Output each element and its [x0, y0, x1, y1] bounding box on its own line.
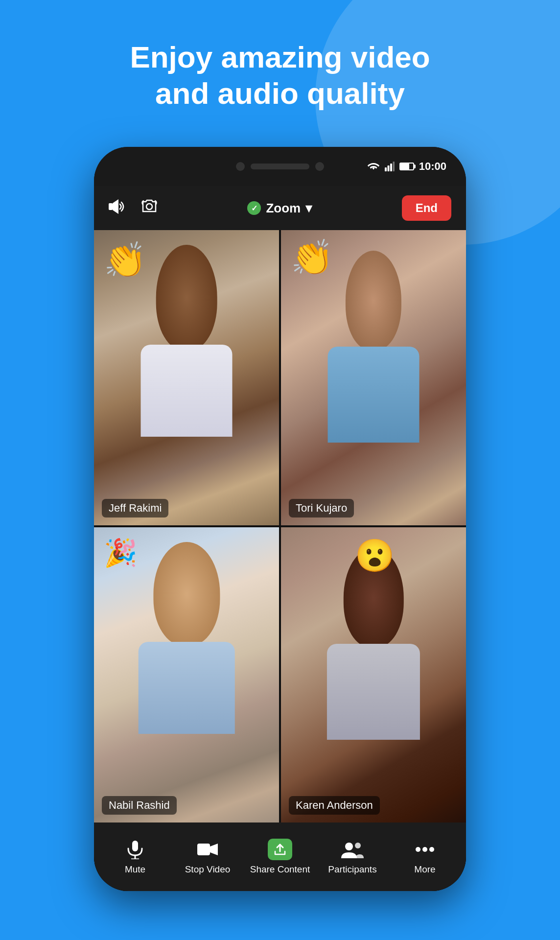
camera-area — [236, 162, 324, 171]
meeting-topbar: ✓ Zoom ▾ End — [94, 186, 466, 230]
share-green-background — [268, 839, 292, 860]
nabil-shirt — [138, 642, 234, 734]
headline-line1: Enjoy amazing video — [130, 40, 430, 74]
more-button[interactable]: More — [389, 839, 461, 875]
jeff-shirt — [140, 345, 232, 437]
tori-name-label: Tori Kujaro — [289, 499, 354, 517]
camera-dot-2 — [315, 162, 324, 171]
jeff-name-label: Jeff Rakimi — [102, 499, 168, 517]
karen-face-area — [322, 548, 425, 740]
nabil-head — [153, 542, 220, 646]
tori-shirt — [327, 347, 419, 443]
zoom-branding: ✓ Zoom ▾ — [172, 201, 387, 216]
phone-notch: 10:00 — [94, 147, 466, 186]
end-meeting-button[interactable]: End — [402, 195, 451, 221]
jeff-face-area — [136, 245, 237, 437]
svg-point-10 — [345, 843, 353, 850]
dropdown-arrow: ▾ — [305, 201, 312, 216]
tori-face-area — [323, 251, 424, 443]
participants-label: Participants — [328, 864, 376, 875]
svg-point-13 — [422, 847, 427, 852]
share-icon-wrapper — [265, 839, 295, 860]
signal-icon — [385, 162, 395, 171]
svg-rect-9 — [197, 844, 210, 855]
nabil-emoji: 🎉 — [104, 537, 138, 569]
share-content-button[interactable]: Share Content — [244, 839, 316, 875]
stop-video-button[interactable]: Stop Video — [171, 839, 244, 875]
svg-point-12 — [416, 847, 420, 852]
time-display: 10:00 — [419, 160, 446, 173]
video-cell-tori: 👏 Tori Kujaro — [281, 230, 466, 525]
phone-screen: ✓ Zoom ▾ End 👏 Jeff Ra — [94, 186, 466, 891]
svg-rect-1 — [387, 165, 389, 171]
tori-head — [346, 251, 401, 351]
jeff-head — [156, 245, 217, 351]
battery-icon — [399, 163, 414, 170]
camera-dot-1 — [236, 162, 245, 171]
wifi-icon — [367, 162, 380, 171]
svg-rect-2 — [390, 164, 392, 171]
headline-line2: and audio quality — [155, 76, 405, 110]
audio-button[interactable] — [109, 199, 126, 217]
svg-rect-6 — [132, 841, 138, 851]
svg-point-5 — [146, 204, 152, 210]
video-camera-icon — [193, 839, 222, 860]
microphone-icon — [120, 839, 150, 860]
share-content-label: Share Content — [250, 864, 310, 875]
karen-emoji: 😮 — [355, 537, 395, 574]
mute-label: Mute — [125, 864, 145, 875]
svg-rect-0 — [385, 167, 387, 171]
jeff-emoji: 👏 — [104, 240, 146, 280]
ellipsis-icon — [410, 839, 440, 860]
nabil-face-area — [133, 542, 240, 734]
shield-icon: ✓ — [247, 201, 261, 215]
status-bar: 10:00 — [367, 147, 446, 186]
participants-icon — [338, 839, 367, 860]
phone-mockup: 10:00 — [94, 147, 466, 891]
bottom-toolbar: Mute Stop Video — [94, 822, 466, 891]
nabil-name-label: Nabil Rashid — [102, 796, 177, 815]
headline: Enjoy amazing video and audio quality — [0, 39, 560, 112]
speaker-bar — [251, 164, 309, 169]
svg-rect-4 — [109, 203, 113, 210]
svg-rect-3 — [393, 162, 395, 171]
karen-shirt — [327, 644, 420, 740]
camera-flip-button[interactable] — [141, 199, 158, 217]
video-grid: 👏 Jeff Rakimi 👏 Tori Kujaro — [94, 230, 466, 822]
video-cell-karen: 😮 Karen Anderson — [281, 527, 466, 822]
svg-point-14 — [429, 847, 434, 852]
more-label: More — [414, 864, 435, 875]
app-name: Zoom — [266, 201, 301, 216]
video-cell-jeff: 👏 Jeff Rakimi — [94, 230, 279, 525]
phone-body: 10:00 — [94, 147, 466, 891]
mute-button[interactable]: Mute — [99, 839, 171, 875]
stop-video-label: Stop Video — [185, 864, 231, 875]
tori-emoji: 👏 — [291, 237, 333, 278]
karen-name-label: Karen Anderson — [289, 796, 380, 815]
svg-point-11 — [355, 843, 361, 848]
video-cell-nabil: 🎉 Nabil Rashid — [94, 527, 279, 822]
participants-button[interactable]: Participants — [316, 839, 389, 875]
